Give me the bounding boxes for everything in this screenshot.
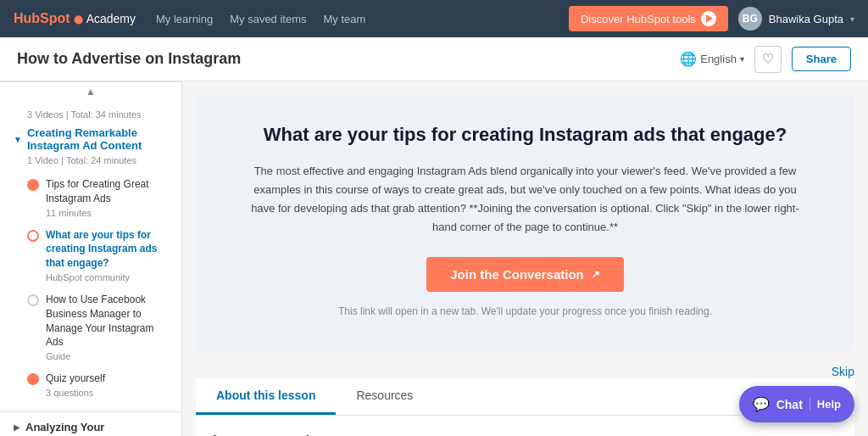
sidebar-section: 3 Videos | Total: 34 minutes ▼ Creating … bbox=[0, 101, 181, 411]
skip-link[interactable]: Skip bbox=[832, 365, 854, 378]
lesson-sub: 3 questions bbox=[46, 388, 105, 398]
lesson-item[interactable]: Tips for Creating Great Instagram Ads 11… bbox=[14, 172, 168, 223]
join-conversation-button[interactable]: Join the Conversation ↗ bbox=[426, 257, 624, 292]
collapsed-chevron-icon: ▶ bbox=[14, 422, 20, 432]
avatar: BG bbox=[738, 7, 762, 31]
lesson-item[interactable]: How to Use Facebook Business Manager to … bbox=[14, 288, 168, 366]
nav-my-learning[interactable]: My learning bbox=[156, 13, 213, 25]
sidebar: ▲ 3 Videos | Total: 34 minutes ▼ Creatin… bbox=[0, 81, 182, 436]
videos-meta: 3 Videos | Total: 34 minutes bbox=[27, 109, 168, 120]
tab-about-lesson[interactable]: About this lesson bbox=[196, 378, 336, 415]
nav-right: Discover HubSpot tools BG Bhawika Gupta … bbox=[569, 6, 854, 31]
lesson-dot-orange bbox=[27, 373, 39, 385]
nav-links: My learning My saved items My team bbox=[156, 13, 365, 25]
collapsed-section-title: Analyzing Your bbox=[25, 421, 104, 433]
section-title: Creating Remarkable Instagram Ad Content bbox=[27, 126, 168, 152]
academy-label: Academy bbox=[86, 12, 136, 25]
hubspot-logo-text: HubSpot bbox=[14, 11, 70, 26]
share-button[interactable]: Share bbox=[792, 47, 851, 71]
tab-resources[interactable]: Resources bbox=[336, 378, 433, 415]
spot-dot: ⬤ bbox=[74, 14, 83, 24]
lesson-item-active[interactable]: What are your tips for creating Instagra… bbox=[14, 223, 168, 288]
section-chevron-icon: ▼ bbox=[14, 135, 22, 144]
user-menu[interactable]: BG Bhawika Gupta ▾ bbox=[738, 7, 854, 31]
play-icon bbox=[701, 11, 716, 26]
heart-icon: ♡ bbox=[762, 51, 774, 67]
lesson-sub: 11 minutes bbox=[46, 208, 168, 218]
collapsed-section[interactable]: ▶ Analyzing Your bbox=[0, 411, 181, 436]
join-btn-label: Join the Conversation bbox=[450, 267, 584, 282]
play-triangle bbox=[706, 14, 713, 23]
header-bar: How to Advertise on Instagram 🌐 English … bbox=[0, 37, 868, 81]
lesson-item[interactable]: Quiz yourself 3 questions bbox=[14, 366, 168, 403]
lesson-question: What are your tips for creating Instagra… bbox=[247, 122, 804, 148]
page-title: How to Advertise on Instagram bbox=[17, 50, 241, 68]
scroll-up-arrow[interactable]: ▲ bbox=[0, 81, 181, 101]
main-layout: ▲ 3 Videos | Total: 34 minutes ▼ Creatin… bbox=[0, 81, 868, 436]
lesson-label: Quiz yourself bbox=[46, 372, 105, 386]
lesson-label: What are your tips for creating Instagra… bbox=[46, 228, 168, 271]
lesson-dot-empty bbox=[27, 294, 39, 306]
top-navigation: HubSpot ⬤ Academy My learning My saved i… bbox=[0, 0, 868, 37]
nav-my-team[interactable]: My team bbox=[324, 13, 366, 25]
chat-button[interactable]: 💬 Chat Help bbox=[739, 386, 854, 422]
language-chevron-icon: ▾ bbox=[740, 54, 744, 64]
nav-my-saved-items[interactable]: My saved items bbox=[230, 13, 306, 25]
section-header[interactable]: ▼ Creating Remarkable Instagram Ad Conte… bbox=[14, 126, 168, 152]
language-selector[interactable]: 🌐 English ▾ bbox=[680, 51, 744, 67]
chat-label: Chat bbox=[776, 398, 803, 411]
section-meta: 1 Video | Total: 24 minutes bbox=[27, 155, 168, 165]
lesson-label: How to Use Facebook Business Manager to … bbox=[46, 293, 168, 349]
chat-bubble-icon: 💬 bbox=[753, 396, 770, 412]
content-area: What are your tips for creating Instagra… bbox=[182, 81, 868, 436]
lesson-label: Tips for Creating Great Instagram Ads bbox=[46, 177, 168, 206]
discover-button[interactable]: Discover HubSpot tools bbox=[569, 6, 728, 31]
lesson-dot-orange bbox=[27, 179, 39, 191]
discover-label: Discover HubSpot tools bbox=[581, 13, 696, 25]
join-btn-container: Join the Conversation ↗ bbox=[247, 257, 804, 305]
help-label: Help bbox=[810, 398, 841, 411]
skip-container: Skip bbox=[196, 365, 854, 378]
lesson-dot-outline bbox=[27, 230, 39, 242]
header-actions: 🌐 English ▾ ♡ Share bbox=[680, 46, 851, 73]
nav-left: HubSpot ⬤ Academy My learning My saved i… bbox=[14, 11, 365, 26]
lesson-sub: HubSpot community bbox=[46, 272, 168, 282]
lesson-card: What are your tips for creating Instagra… bbox=[196, 95, 854, 351]
overview-title: Lesson overview bbox=[213, 433, 837, 436]
user-chevron-icon: ▾ bbox=[850, 14, 854, 24]
link-note: This link will open in a new tab. We'll … bbox=[247, 305, 804, 317]
hubspot-logo[interactable]: HubSpot ⬤ Academy bbox=[14, 11, 136, 26]
language-label: English bbox=[700, 53, 737, 65]
external-link-icon: ↗ bbox=[591, 268, 600, 281]
globe-icon: 🌐 bbox=[680, 51, 697, 67]
lesson-body: The most effective and engaging Instagra… bbox=[247, 162, 804, 237]
favorite-button[interactable]: ♡ bbox=[754, 46, 782, 73]
user-name: Bhawika Gupta bbox=[769, 13, 843, 25]
lesson-sub: Guide bbox=[46, 351, 168, 361]
